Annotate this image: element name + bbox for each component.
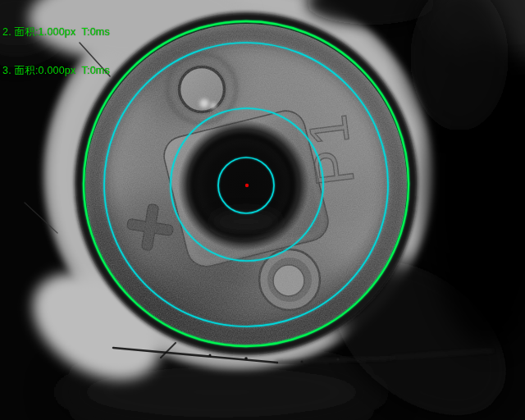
measurement-readout: 2. 面积:1.000px T:0ms 3. 面积:0.000px T:0ms bbox=[2, 1, 110, 103]
measure-circle-outer-green bbox=[84, 21, 409, 346]
center-point-marker bbox=[245, 184, 249, 187]
measurement-line-2: 3. 面积:0.000px T:0ms bbox=[2, 65, 110, 78]
camera-image-canvas[interactable]: P1 2. 面积:1 bbox=[0, 0, 525, 420]
measurement-line-1: 2. 面积:1.000px T:0ms bbox=[2, 26, 110, 39]
